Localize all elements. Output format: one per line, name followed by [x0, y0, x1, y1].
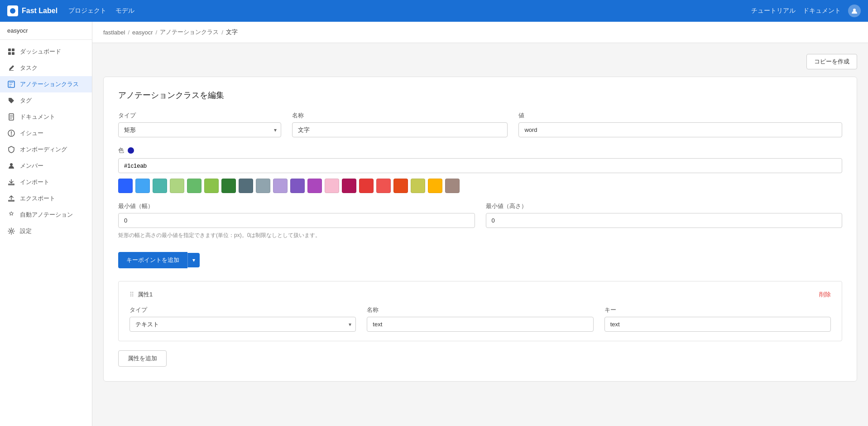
sidebar-item-export[interactable]: エクスポート — [0, 190, 92, 207]
user-avatar[interactable] — [848, 5, 861, 17]
gear-icon — [7, 227, 15, 235]
sidebar-item-annotation-classes[interactable]: アノテーションクラス — [0, 76, 92, 92]
color-swatch-15[interactable] — [376, 179, 391, 193]
svg-rect-3 — [12, 48, 14, 51]
color-swatch-17[interactable] — [411, 179, 425, 193]
logo[interactable]: Fast Label — [7, 5, 58, 16]
breadcrumb-annotation-classes[interactable]: アノテーションクラス — [160, 28, 219, 36]
sidebar-item-dashboard[interactable]: ダッシュボード — [0, 44, 92, 60]
type-select-wrapper: 矩形 — [118, 122, 281, 137]
sidebar-item-settings[interactable]: 設定 — [0, 223, 92, 239]
color-swatch-12[interactable] — [325, 179, 339, 193]
attr-type-group: タイプ テキスト — [129, 306, 356, 332]
color-swatch-13[interactable] — [342, 179, 356, 193]
color-swatch-2[interactable] — [153, 179, 167, 193]
color-swatch-8[interactable] — [256, 179, 270, 193]
alert-icon — [7, 129, 15, 137]
color-swatch-6[interactable] — [221, 179, 236, 193]
color-swatch-18[interactable] — [428, 179, 442, 193]
tutorial-link[interactable]: チュートリアル — [751, 7, 796, 15]
top-navigation: Fast Label プロジェクト モデル チュートリアル ドキュメント — [0, 0, 868, 22]
sidebar-label-export: エクスポート — [20, 194, 55, 203]
breadcrumb-current: 文字 — [226, 28, 238, 36]
color-hex-input[interactable] — [118, 158, 842, 173]
attribute-title: ⠿ 属性1 — [129, 290, 153, 299]
edit-icon — [7, 64, 15, 72]
grid-icon — [7, 48, 15, 56]
breadcrumb-easyocr[interactable]: easyocr — [132, 29, 153, 36]
color-swatch-5[interactable] — [204, 179, 219, 193]
main-content: fastlabel / easyocr / アノテーションクラス / 文字 コピ… — [92, 22, 868, 426]
sidebar-label-import: インポート — [20, 178, 49, 186]
color-label-row: 色 — [118, 146, 842, 155]
docs-link[interactable]: ドキュメント — [803, 7, 841, 15]
sidebar-item-tags[interactable]: タグ — [0, 92, 92, 109]
sidebar-label-tasks: タスク — [20, 64, 38, 72]
value-input[interactable] — [518, 122, 842, 137]
svg-point-0 — [10, 8, 15, 14]
min-height-group: 最小値（高さ） — [486, 202, 843, 228]
sidebar-item-import[interactable]: インポート — [0, 174, 92, 190]
sidebar-item-auto-annotation[interactable]: 自動アノテーション — [0, 207, 92, 223]
shield-icon — [7, 145, 15, 154]
copy-button[interactable]: コピーを作成 — [806, 54, 857, 69]
content-area: コピーを作成 アノテーションクラスを編集 タイプ 矩形 名称 — [92, 43, 868, 392]
sidebar-item-onboarding[interactable]: オンボーディング — [0, 141, 92, 158]
breadcrumb-fastlabel[interactable]: fastlabel — [103, 29, 125, 36]
drag-icon[interactable]: ⠿ — [129, 291, 134, 298]
svg-rect-2 — [8, 48, 11, 51]
color-swatch-11[interactable] — [307, 179, 322, 193]
color-swatches — [118, 179, 842, 193]
min-width-input[interactable] — [118, 213, 475, 228]
color-swatch-9[interactable] — [273, 179, 288, 193]
name-group: 名称 — [292, 111, 508, 137]
min-height-input[interactable] — [486, 213, 843, 228]
attr-key-label: キー — [604, 306, 831, 314]
type-group: タイプ 矩形 — [118, 111, 281, 137]
keypoint-row: キーポイントを追加 ▾ — [118, 252, 842, 268]
person-icon — [7, 162, 15, 170]
color-dot-preview — [128, 147, 134, 154]
menu-models[interactable]: モデル — [115, 7, 134, 15]
color-swatch-4[interactable] — [187, 179, 201, 193]
logo-text: Fast Label — [22, 7, 58, 15]
color-swatch-3[interactable] — [170, 179, 184, 193]
name-label: 名称 — [292, 111, 508, 120]
sidebar-item-issues[interactable]: イシュー — [0, 125, 92, 141]
sidebar-item-members[interactable]: メンバー — [0, 158, 92, 174]
auto-icon — [7, 211, 15, 219]
svg-point-9 — [10, 163, 13, 166]
color-swatch-14[interactable] — [359, 179, 374, 193]
attr-name-input[interactable] — [367, 317, 593, 332]
min-height-label: 最小値（高さ） — [486, 202, 843, 210]
sidebar-label-documents: ドキュメント — [20, 113, 55, 121]
sidebar-item-tasks[interactable]: タスク — [0, 60, 92, 76]
menu-projects[interactable]: プロジェクト — [68, 7, 106, 15]
type-name-value-row: タイプ 矩形 名称 値 — [118, 111, 842, 137]
delete-button[interactable]: 削除 — [819, 290, 831, 299]
add-attribute-button[interactable]: 属性を追加 — [118, 350, 167, 367]
color-swatch-10[interactable] — [290, 179, 305, 193]
color-swatch-0[interactable] — [118, 179, 133, 193]
keypoint-button[interactable]: キーポイントを追加 — [118, 252, 187, 268]
attr-type-label: タイプ — [129, 306, 356, 314]
sidebar-label-tags: タグ — [20, 97, 32, 105]
hint-text: 矩形の幅と高さの最小値を指定できます(単位：px)。0は制限なしとして扱います。 — [118, 232, 842, 239]
attr-key-input[interactable] — [604, 317, 831, 332]
import-icon — [7, 178, 15, 186]
color-swatch-7[interactable] — [239, 179, 253, 193]
type-select[interactable]: 矩形 — [118, 122, 281, 137]
color-swatch-19[interactable] — [445, 179, 460, 193]
value-group: 値 — [518, 111, 842, 137]
name-input[interactable] — [292, 122, 508, 137]
svg-rect-5 — [12, 52, 14, 55]
selection-icon — [7, 80, 15, 88]
form-card: アノテーションクラスを編集 タイプ 矩形 名称 値 — [103, 77, 857, 382]
keypoint-dropdown-arrow[interactable]: ▾ — [187, 253, 200, 267]
attr-type-select[interactable]: テキスト — [129, 317, 356, 332]
color-swatch-1[interactable] — [135, 179, 150, 193]
sidebar-item-documents[interactable]: ドキュメント — [0, 109, 92, 125]
tag-icon — [7, 97, 15, 105]
topnav-right: チュートリアル ドキュメント — [751, 5, 861, 17]
color-swatch-16[interactable] — [393, 179, 408, 193]
